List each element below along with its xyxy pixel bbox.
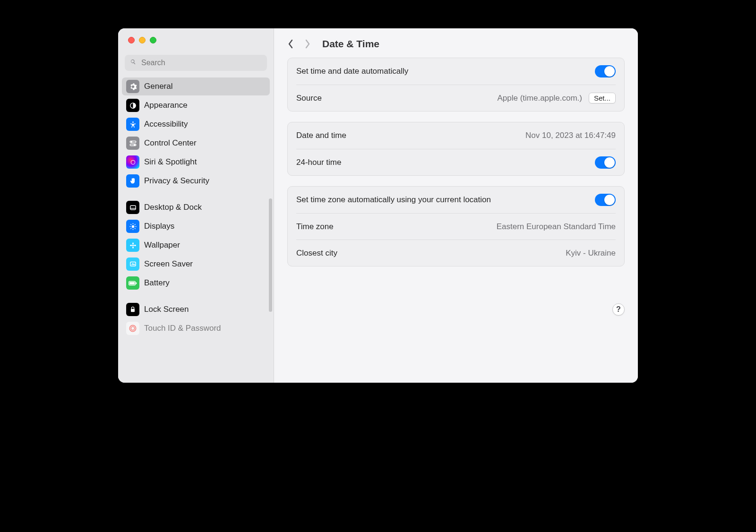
sidebar-item-screen-saver[interactable]: Screen Saver	[122, 255, 270, 273]
sidebar-item-label: Appearance	[144, 101, 188, 110]
sidebar-item-lock-screen[interactable]: Lock Screen	[122, 300, 270, 318]
svg-rect-27	[131, 309, 135, 312]
svg-point-9	[131, 225, 134, 228]
svg-point-6	[131, 160, 135, 164]
sidebar-item-accessibility[interactable]: Accessibility	[122, 115, 270, 133]
sun-icon	[126, 220, 139, 233]
sidebar-item-label: Accessibility	[144, 120, 188, 129]
sidebar-item-label: Displays	[144, 222, 174, 231]
row-closest-city: Closest city Kyiv - Ukraine	[296, 240, 616, 266]
content: Set time and date automatically Source A…	[274, 58, 638, 281]
row-auto-timezone: Set time zone automatically using your c…	[296, 187, 616, 213]
sidebar-item-label: Desktop & Dock	[144, 203, 202, 212]
sidebar-item-displays[interactable]: Displays	[122, 217, 270, 235]
sidebar-item-battery[interactable]: Battery	[122, 274, 270, 292]
sidebar-item-siri-spotlight[interactable]: Siri & Spotlight	[122, 153, 270, 171]
row-label: Set time zone automatically using your c…	[296, 195, 491, 205]
row-set-auto-time: Set time and date automatically	[296, 58, 616, 85]
dock-icon	[126, 201, 139, 214]
fingerprint-icon	[126, 322, 139, 335]
time-zone-value: Eastern European Standard Time	[497, 222, 616, 232]
switches-icon	[126, 137, 139, 150]
gear-icon	[126, 80, 139, 93]
date-time-value: Nov 10, 2023 at 16:47:49	[525, 131, 616, 140]
sidebar-item-label: General	[144, 82, 172, 91]
main-header: Date & Time	[274, 28, 638, 58]
card-time-zone: Set time zone automatically using your c…	[287, 186, 625, 266]
sidebar-item-label: Screen Saver	[144, 259, 193, 269]
sidebar-item-control-center[interactable]: Control Center	[122, 134, 270, 152]
card-auto-time: Set time and date automatically Source A…	[287, 58, 625, 112]
sidebar-item-label: Lock Screen	[144, 305, 189, 314]
forward-button[interactable]	[301, 37, 315, 51]
svg-point-5	[134, 144, 135, 145]
row-label: Closest city	[296, 249, 337, 258]
search-field[interactable]	[125, 55, 267, 71]
svg-line-15	[135, 228, 135, 229]
help-button[interactable]: ?	[612, 303, 625, 316]
closest-city-value: Kyiv - Ukraine	[566, 249, 616, 258]
accessibility-icon	[126, 118, 139, 131]
card-date-time: Date and time Nov 10, 2023 at 16:47:49 2…	[287, 122, 625, 176]
source-value: Apple (time.apple.com.)	[497, 94, 582, 103]
search-input[interactable]	[140, 58, 262, 68]
row-label: Time zone	[296, 222, 334, 232]
toggle-auto-timezone[interactable]	[595, 194, 616, 206]
sidebar-item-label: Wallpaper	[144, 240, 180, 250]
flower-icon	[126, 239, 139, 252]
sidebar-item-wallpaper[interactable]: Wallpaper	[122, 236, 270, 254]
svg-line-14	[130, 224, 131, 224]
sidebar-item-general[interactable]: General	[122, 77, 270, 95]
svg-point-28	[129, 325, 136, 331]
svg-line-16	[130, 228, 131, 229]
sidebar-item-appearance[interactable]: Appearance	[122, 96, 270, 114]
row-label: 24-hour time	[296, 158, 341, 167]
svg-point-19	[132, 242, 134, 244]
lock-icon	[126, 303, 139, 316]
minimize-window-button[interactable]	[139, 37, 146, 43]
sidebar-item-label: Battery	[144, 278, 170, 288]
window-controls	[118, 28, 274, 48]
svg-rect-26	[136, 282, 137, 284]
svg-point-22	[134, 245, 136, 246]
zoom-window-button[interactable]	[150, 37, 156, 43]
svg-point-20	[132, 246, 134, 248]
page-title: Date & Time	[322, 38, 379, 50]
sidebar-item-desktop-dock[interactable]: Desktop & Dock	[122, 198, 270, 216]
row-source: Source Apple (time.apple.com.) Set...	[296, 85, 616, 111]
svg-line-17	[135, 224, 135, 224]
svg-rect-25	[129, 282, 135, 284]
toggle-24-hour[interactable]	[595, 156, 616, 169]
sidebar-item-label: Control Center	[144, 138, 197, 148]
svg-point-18	[132, 244, 133, 246]
row-label: Set time and date automatically	[296, 67, 408, 76]
row-date-time: Date and time Nov 10, 2023 at 16:47:49	[296, 122, 616, 149]
svg-point-1	[132, 121, 134, 123]
svg-point-21	[130, 245, 132, 246]
svg-rect-7	[130, 206, 135, 210]
sidebar-scrollbar[interactable]	[269, 198, 272, 312]
sidebar-item-label: Privacy & Security	[144, 176, 209, 186]
back-button[interactable]	[284, 37, 298, 51]
battery-icon	[126, 276, 139, 290]
svg-point-29	[131, 326, 135, 330]
appearance-icon	[126, 99, 139, 112]
sidebar-item-privacy-security[interactable]: Privacy & Security	[122, 172, 270, 190]
sidebar: General Appearance Accessibility Control…	[118, 28, 274, 383]
settings-window: General Appearance Accessibility Control…	[118, 28, 638, 383]
svg-point-3	[131, 141, 132, 142]
row-label: Date and time	[296, 131, 346, 140]
hand-icon	[126, 174, 139, 188]
sidebar-list: General Appearance Accessibility Control…	[118, 74, 274, 383]
sidebar-item-label: Siri & Spotlight	[144, 157, 197, 167]
sidebar-item-touch-id-password[interactable]: Touch ID & Password	[122, 319, 270, 337]
screensaver-icon	[126, 257, 139, 271]
close-window-button[interactable]	[128, 37, 135, 43]
set-source-button[interactable]: Set...	[589, 93, 616, 103]
toggle-auto-time[interactable]	[595, 65, 616, 77]
row-time-zone: Time zone Eastern European Standard Time	[296, 213, 616, 240]
row-24-hour: 24-hour time	[296, 149, 616, 175]
siri-icon	[126, 155, 139, 169]
main-panel: Date & Time Set time and date automatica…	[274, 28, 638, 383]
row-label: Source	[296, 94, 322, 103]
